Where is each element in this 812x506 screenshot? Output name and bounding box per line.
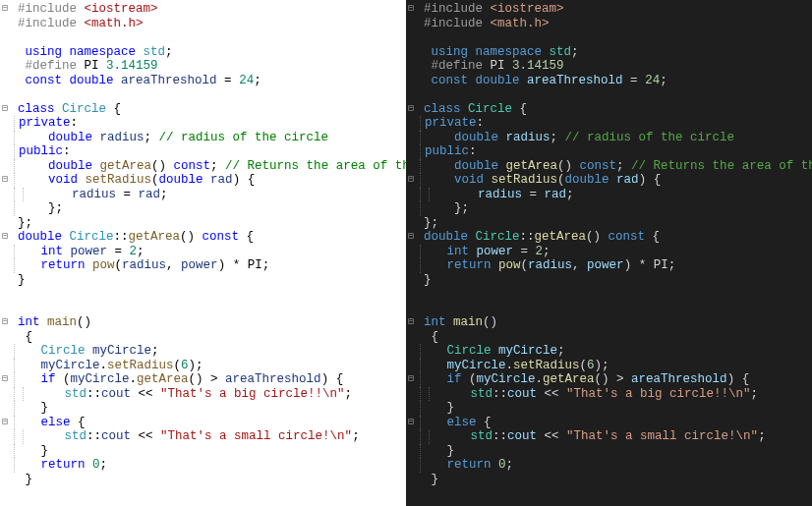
code-content[interactable]: void setRadius(double rad) { (19, 173, 406, 188)
code-line[interactable]: myCircle.setRadius(6); (406, 359, 812, 373)
fold-icon[interactable]: ⊟ (406, 173, 416, 188)
code-content[interactable]: double getArea() const; // Returns the a… (19, 159, 406, 174)
code-content[interactable]: std::cout << "That's a big circle!!\n"; (434, 387, 812, 402)
code-content[interactable]: } (19, 401, 406, 416)
code-content[interactable]: if (myCircle.getArea() > areaThreshold) … (425, 372, 812, 387)
code-line[interactable]: ⊟ if (myCircle.getArea() > areaThreshold… (406, 372, 812, 387)
code-content[interactable]: using namespace std; (18, 45, 406, 60)
code-content[interactable]: private: (425, 116, 812, 131)
code-line[interactable]: double getArea() const; // Returns the a… (406, 159, 812, 174)
code-content[interactable]: #include <math.h> (18, 17, 406, 31)
fold-icon[interactable]: ⊟ (406, 372, 416, 387)
code-content[interactable]: double getArea() const; // Returns the a… (425, 159, 812, 174)
code-content[interactable]: } (424, 473, 812, 487)
code-line[interactable]: std::cout << "That's a small circle!\n"; (406, 429, 812, 444)
code-content[interactable]: Circle myCircle; (425, 344, 812, 359)
code-content[interactable]: #include <iostream> (18, 2, 406, 17)
code-line[interactable]: #include <math.h> (0, 17, 406, 31)
code-line[interactable]: return 0; (0, 458, 406, 473)
code-line[interactable]: double radius; // radius of the circle (406, 131, 812, 145)
code-line[interactable]: int power = 2; (0, 245, 406, 259)
code-content[interactable]: }; (19, 201, 406, 216)
code-content[interactable] (424, 30, 812, 45)
code-content[interactable]: } (425, 401, 812, 416)
code-line[interactable]: double radius; // radius of the circle (0, 131, 406, 145)
code-content[interactable]: return pow(radius, power) * PI; (19, 258, 406, 273)
code-content[interactable]: int main() (18, 315, 406, 330)
code-content[interactable]: int power = 2; (19, 245, 406, 259)
code-line[interactable]: }; (406, 216, 812, 231)
code-line[interactable]: ⊟ else { (0, 416, 406, 430)
code-line[interactable]: const double areaThreshold = 24; (0, 74, 406, 88)
code-content[interactable]: public: (425, 144, 812, 159)
code-line[interactable] (406, 87, 812, 102)
code-line[interactable]: const double areaThreshold = 24; (406, 74, 812, 88)
code-line[interactable]: Circle myCircle; (406, 344, 812, 359)
code-line[interactable]: ⊟#include <iostream> (0, 2, 406, 17)
code-line[interactable]: std::cout << "That's a small circle!\n"; (0, 429, 406, 444)
code-line[interactable] (406, 302, 812, 316)
code-content[interactable]: else { (19, 416, 406, 430)
code-line[interactable]: ⊟class Circle { (0, 102, 406, 117)
code-line[interactable]: } (406, 473, 812, 487)
code-line[interactable]: } (0, 273, 406, 288)
code-line[interactable]: ⊟ else { (406, 416, 812, 430)
code-content[interactable]: } (18, 273, 406, 288)
code-content[interactable]: #include <math.h> (424, 17, 812, 31)
code-line[interactable]: ⊟#include <iostream> (406, 2, 812, 17)
code-content[interactable]: }; (425, 201, 812, 216)
code-line[interactable]: std::cout << "That's a big circle!!\n"; (406, 387, 812, 402)
code-content[interactable]: Circle myCircle; (19, 344, 406, 359)
code-line[interactable]: ⊟int main() (0, 315, 406, 330)
code-content[interactable]: } (19, 444, 406, 459)
code-content[interactable]: using namespace std; (424, 45, 812, 60)
code-content[interactable]: double Circle::getArea() const { (18, 230, 406, 245)
code-content[interactable] (424, 287, 812, 302)
code-content[interactable]: class Circle { (424, 102, 812, 117)
code-content[interactable]: const double areaThreshold = 24; (424, 74, 812, 88)
code-line[interactable]: ⊟ if (myCircle.getArea() > areaThreshold… (0, 372, 406, 387)
code-line[interactable]: { (406, 330, 812, 345)
code-line[interactable]: } (406, 273, 812, 288)
code-content[interactable] (18, 87, 406, 102)
code-content[interactable]: myCircle.setRadius(6); (425, 359, 812, 373)
code-line[interactable] (406, 30, 812, 45)
code-line[interactable]: int power = 2; (406, 245, 812, 259)
code-line[interactable]: return pow(radius, power) * PI; (0, 258, 406, 273)
fold-icon[interactable]: ⊟ (0, 173, 10, 188)
code-line[interactable]: #define PI 3.14159 (0, 59, 406, 74)
code-content[interactable]: double Circle::getArea() const { (424, 230, 812, 245)
code-content[interactable]: return 0; (425, 458, 812, 473)
code-editor-dark[interactable]: ⊟#include <iostream>#include <math.h> us… (406, 0, 812, 506)
code-content[interactable]: class Circle { (18, 102, 406, 117)
fold-icon[interactable]: ⊟ (0, 230, 10, 245)
code-content[interactable]: double radius; // radius of the circle (425, 131, 812, 145)
code-line[interactable] (0, 287, 406, 302)
fold-icon[interactable]: ⊟ (0, 416, 10, 430)
fold-icon[interactable]: ⊟ (406, 315, 416, 330)
code-line[interactable]: } (406, 401, 812, 416)
code-line[interactable]: ⊟double Circle::getArea() const { (0, 230, 406, 245)
code-content[interactable] (424, 87, 812, 102)
code-line[interactable]: }; (406, 201, 812, 216)
code-line[interactable] (0, 302, 406, 316)
fold-icon[interactable]: ⊟ (0, 372, 10, 387)
code-content[interactable]: radius = rad; (28, 188, 406, 202)
code-content[interactable]: } (18, 473, 406, 487)
code-content[interactable]: std::cout << "That's a big circle!!\n"; (28, 387, 406, 402)
fold-icon[interactable]: ⊟ (406, 2, 416, 17)
code-line[interactable]: double getArea() const; // Returns the a… (0, 159, 406, 174)
fold-icon[interactable]: ⊟ (0, 315, 10, 330)
code-content[interactable] (424, 302, 812, 316)
code-line[interactable]: } (406, 444, 812, 459)
code-line[interactable]: ⊟ void setRadius(double rad) { (406, 173, 812, 188)
code-content[interactable]: int power = 2; (425, 245, 812, 259)
code-content[interactable]: }; (18, 216, 406, 231)
code-content[interactable]: void setRadius(double rad) { (425, 173, 812, 188)
code-line[interactable]: private: (0, 116, 406, 131)
code-line[interactable]: }; (0, 216, 406, 231)
code-line[interactable]: return pow(radius, power) * PI; (406, 258, 812, 273)
code-line[interactable]: using namespace std; (406, 45, 812, 60)
code-content[interactable]: myCircle.setRadius(6); (19, 359, 406, 373)
code-content[interactable] (18, 30, 406, 45)
